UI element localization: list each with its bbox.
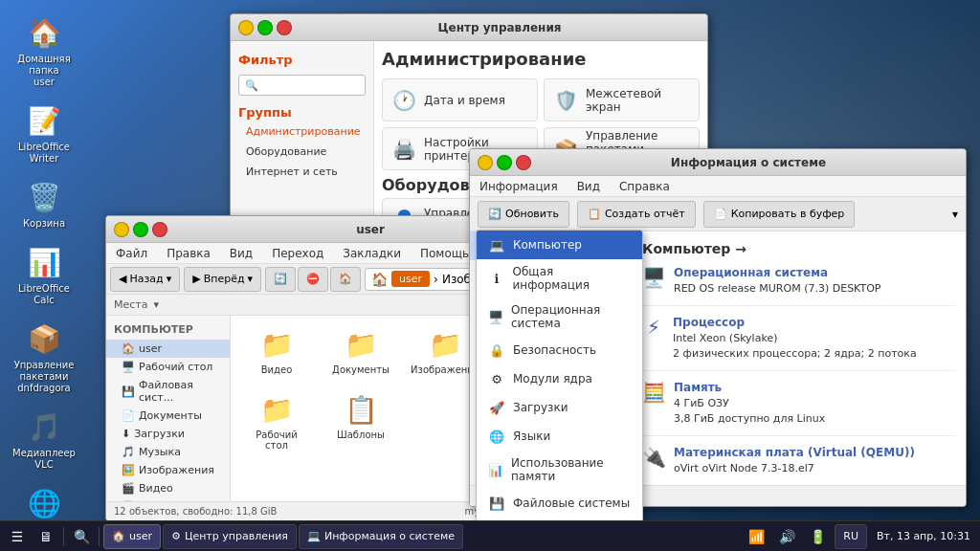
close-button[interactable] xyxy=(277,20,292,35)
ctx-item-boot[interactable]: 🚀 Загрузки xyxy=(477,393,642,422)
fm-sidebar-item-downloads[interactable]: ⬇️ Загрузки xyxy=(106,425,230,443)
cc-item-datetime[interactable]: 🕐 Дата и время xyxy=(382,78,538,121)
fm-sidebar-item-documents[interactable]: 📄 Документы xyxy=(106,407,230,425)
ctx-item-memory[interactable]: 📊 Использование памяти xyxy=(477,451,642,489)
search-icon: 🔍 xyxy=(245,79,258,92)
taskbar-power-icon[interactable]: 🔋 xyxy=(804,524,831,549)
control-center-window-controls xyxy=(238,20,292,35)
forward-arrow-icon: ▾ xyxy=(248,273,254,285)
file-manager-sidebar: Компьютер 🏠 user 🖥️ Рабочий стол 💾 Файло… xyxy=(106,316,231,520)
si-section-cpu-value: Intel Xeon (Skylake) 2 физических процес… xyxy=(673,331,956,361)
ctx-item-os[interactable]: 🖥️ Операционная система xyxy=(477,298,642,336)
cc-filter-label: Фильтр xyxy=(231,49,373,71)
fm-sidebar-item-desktop[interactable]: 🖥️ Рабочий стол xyxy=(106,358,230,376)
fm-sidebar-section-computer: Компьютер xyxy=(106,320,230,340)
video-file-label: Видео xyxy=(261,364,293,375)
refresh-icon: 🔄 xyxy=(488,208,501,220)
taskbar-datetime: Вт, 13 апр, 10:31 xyxy=(871,530,976,542)
fm-sidebar-item-images[interactable]: 🖼️ Изображения xyxy=(106,461,230,479)
fm-home-button[interactable]: 🏠 xyxy=(330,267,361,292)
writer-icon: 📝 xyxy=(25,101,63,140)
cc-search-input[interactable]: 🔍 xyxy=(238,75,366,96)
desktop-icon-writer[interactable]: 📝 LibreOffice Writer xyxy=(10,98,78,168)
taskbar-si-label: Информация о системе xyxy=(324,530,455,542)
cc-group-network[interactable]: Интернет и сеть xyxy=(231,162,373,182)
si-maximize-button[interactable] xyxy=(497,155,512,170)
ctx-kernel-icon: ⚙️ xyxy=(488,370,505,387)
minimize-button[interactable] xyxy=(238,20,254,35)
file-item-video[interactable]: 📁 Видео xyxy=(238,323,315,381)
copy-icon: 📄 xyxy=(714,208,727,220)
fm-location-arrow: ▾ xyxy=(153,298,159,311)
taskbar-file-manager-button[interactable]: 🏠 user xyxy=(103,524,161,549)
fm-sidebar-item-video[interactable]: 🎬 Видео xyxy=(106,479,230,497)
si-menu-info[interactable]: Информация xyxy=(470,176,568,197)
fm-menu-file[interactable]: Файл xyxy=(106,243,157,264)
system-info-toolbar: 🔄 Обновить 📋 Создать отчёт 📄 Копировать … xyxy=(470,197,966,231)
fm-maximize-button[interactable] xyxy=(133,222,148,237)
cpu-section-icon: ⚡ xyxy=(642,316,665,339)
taskbar-separator-1 xyxy=(63,527,64,546)
fm-close-button[interactable] xyxy=(152,222,167,237)
fm-menu-bookmarks[interactable]: Закладки xyxy=(333,243,411,264)
si-toolbar-arrow[interactable]: ▾ xyxy=(952,208,958,221)
si-section-ram-value: 4 ГиБ ОЗУ 3,8 ГиБ доступно для Linux xyxy=(674,396,956,426)
desktop-icon-vlc[interactable]: 🎵 Медиаплеер VLC xyxy=(10,404,78,474)
ctx-item-kernel[interactable]: ⚙️ Модули ядра xyxy=(477,364,642,393)
cc-group-admin[interactable]: Администрирование xyxy=(231,121,373,142)
si-minimize-button[interactable] xyxy=(478,155,493,170)
taskbar-show-desktop-button[interactable]: 🖥 xyxy=(33,524,59,549)
taskbar-cc-button[interactable]: ⚙️ Центр управления xyxy=(163,524,297,549)
file-item-templates[interactable]: 📋 Шаблоны xyxy=(323,388,399,456)
cc-group-hardware[interactable]: Оборудование xyxy=(231,142,373,162)
fm-minimize-button[interactable] xyxy=(114,222,129,237)
si-menu-view[interactable]: Вид xyxy=(568,176,610,197)
file-item-desktop[interactable]: 📁 Рабочий стол xyxy=(238,388,315,456)
fm-forward-button[interactable]: ▶ Вперёд ▾ xyxy=(184,267,261,292)
maximize-button[interactable] xyxy=(257,20,273,35)
taskbar-lang-button[interactable]: RU xyxy=(835,524,867,549)
si-report-button[interactable]: 📋 Создать отчёт xyxy=(577,201,696,228)
video-file-icon: 📁 xyxy=(260,329,294,361)
fm-sidebar-item-filesystem[interactable]: 💾 Файловая сист... xyxy=(106,376,230,407)
motherboard-section-icon: 🔌 xyxy=(642,446,666,469)
si-copy-button[interactable]: 📄 Копировать в буфер xyxy=(703,201,856,228)
taskbar-si-icon: 💻 xyxy=(307,530,321,542)
si-menu-help[interactable]: Справка xyxy=(610,176,679,197)
taskbar-network-icon[interactable]: 📶 xyxy=(743,524,769,549)
si-refresh-button[interactable]: 🔄 Обновить xyxy=(478,201,569,228)
trash-icon-label: Корзина xyxy=(23,218,65,230)
taskbar-audio-icon[interactable]: 🔊 xyxy=(773,524,800,549)
cc-item-firewall[interactable]: 🛡️ Межсетевой экран xyxy=(544,78,700,121)
taskbar-app-menu-button[interactable]: ☰ xyxy=(4,524,31,549)
fm-stop-button[interactable]: ⛔ xyxy=(298,267,328,292)
taskbar-fm-icon: 🏠 xyxy=(112,530,125,542)
fm-sidebar-item-user[interactable]: 🏠 user xyxy=(106,340,230,358)
desktop-icon-trash[interactable]: 🗑️ Корзина xyxy=(10,174,78,233)
report-icon: 📋 xyxy=(588,208,601,220)
ctx-item-languages[interactable]: 🌐 Языки xyxy=(477,422,642,451)
si-close-button[interactable] xyxy=(516,155,531,170)
fm-menu-view[interactable]: Вид xyxy=(220,243,262,264)
fm-back-button[interactable]: ◀ Назад ▾ xyxy=(110,267,180,292)
taskbar-search-button[interactable]: 🔍 xyxy=(68,524,95,549)
file-item-documents[interactable]: 📁 Документы xyxy=(323,323,399,381)
ctx-item-computer[interactable]: 💻 Компьютер xyxy=(477,231,642,259)
ctx-item-filesystems[interactable]: 💾 Файловые системы xyxy=(477,489,642,518)
ctx-item-general[interactable]: ℹ️ Общая информация xyxy=(477,259,642,298)
ctx-item-security[interactable]: 🔒 Безопасность xyxy=(477,336,642,364)
system-info-content: Компьютер → 🖥️ Операционная система RED … xyxy=(633,231,966,485)
fm-reload-button[interactable]: 🔄 xyxy=(265,267,296,292)
images-file-icon: 📁 xyxy=(429,329,462,361)
desktop-icon-packages[interactable]: 📦 Управление пакетами dnfdragora xyxy=(10,316,78,398)
fm-menu-go[interactable]: Переход xyxy=(262,243,333,264)
system-info-titlebar: Информация о системе xyxy=(470,149,966,176)
desktop-icon-home[interactable]: 🏠 Домашняя папка user xyxy=(10,10,78,92)
fm-menu-edit[interactable]: Правка xyxy=(157,243,220,264)
si-section-ram: 🧮 Память 4 ГиБ ОЗУ 3,8 ГиБ доступно для … xyxy=(642,381,956,436)
ctx-security-icon: 🔒 xyxy=(488,342,505,359)
fm-sidebar-item-music[interactable]: 🎵 Музыка xyxy=(106,443,230,461)
desktop-icon-calc[interactable]: 📊 LibreOffice Calc xyxy=(10,239,78,310)
vlc-icon-label: Медиаплеер VLC xyxy=(12,448,76,471)
taskbar-si-button[interactable]: 💻 Информация о системе xyxy=(299,524,463,549)
